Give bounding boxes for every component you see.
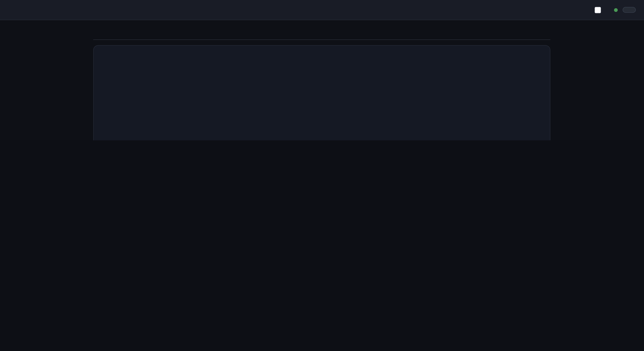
refresh-button[interactable] [623, 7, 636, 13]
weekly-activity-bar-chart [94, 70, 551, 140]
include-localhost-checkbox[interactable] [595, 7, 601, 13]
app-window [0, 0, 644, 140]
top-header [0, 0, 644, 20]
status-dot [614, 8, 618, 12]
section-divider [93, 40, 550, 40]
weekly-activity-card [93, 45, 550, 140]
header-actions [595, 7, 636, 13]
